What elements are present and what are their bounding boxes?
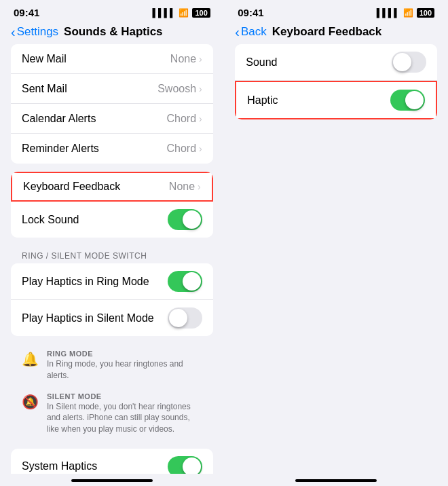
- left-status-icons: ▌▌▌▌ 📶 100: [152, 8, 210, 18]
- wifi-icon: 📶: [179, 8, 189, 18]
- haptic-toggle[interactable]: [390, 90, 425, 111]
- silent-mode-text: SILENT MODE In Silent mode, you don't he…: [47, 392, 202, 435]
- ring-mode-info: 🔔 RING MODE In Ring mode, you hear ringt…: [11, 344, 213, 387]
- bell-icon: 🔔: [22, 351, 39, 367]
- new-mail-row[interactable]: New Mail None ›: [11, 44, 213, 74]
- keyboard-feedback-detail-group: Sound Haptic: [235, 44, 437, 119]
- left-time: 09:41: [14, 7, 39, 18]
- right-nav-title: Keyboard Feedback: [272, 25, 382, 39]
- keyboard-group: Keyboard Feedback None › Lock Sound: [11, 172, 213, 238]
- sound-label: Sound: [246, 56, 277, 69]
- right-status-bar: 09:41 ▌▌▌▌ 📶 100: [224, 0, 448, 22]
- mute-icon: 🔕: [22, 394, 39, 410]
- sound-toggle[interactable]: [392, 52, 426, 73]
- ring-mode-text: RING MODE In Ring mode, you hear rington…: [47, 350, 202, 381]
- left-back-button[interactable]: ‹ Settings: [11, 25, 58, 39]
- left-status-bar: 09:41 ▌▌▌▌ 📶 100: [0, 0, 224, 22]
- right-time: 09:41: [238, 7, 263, 18]
- left-home-indicator: [71, 479, 153, 482]
- keyboard-feedback-row[interactable]: Keyboard Feedback None ›: [11, 172, 213, 202]
- silent-mode-info: 🔕 SILENT MODE In Silent mode, you don't …: [11, 387, 213, 441]
- ring-mode-info-label: RING MODE: [47, 350, 202, 358]
- calendar-alerts-row[interactable]: Calendar Alerts Chord ›: [11, 104, 213, 134]
- haptic-knob: [405, 91, 424, 109]
- system-haptics-row[interactable]: System Haptics: [11, 449, 213, 474]
- right-nav-bar: ‹ Back Keyboard Feedback: [224, 22, 448, 44]
- left-panel: 09:41 ▌▌▌▌ 📶 100 ‹ Settings Sounds & Hap…: [0, 0, 224, 486]
- right-back-label: Back: [241, 25, 267, 39]
- sent-mail-label: Sent Mail: [22, 83, 67, 95]
- haptics-group: Play Haptics in Ring Mode Play Haptics i…: [11, 263, 213, 336]
- right-signal-icon: ▌▌▌▌: [377, 8, 400, 18]
- new-mail-label: New Mail: [22, 53, 67, 65]
- calendar-alerts-chevron: ›: [199, 113, 202, 124]
- silent-mode-info-label: SILENT MODE: [47, 392, 202, 400]
- keyboard-feedback-right: None ›: [169, 181, 201, 193]
- lock-sound-toggle[interactable]: [168, 209, 202, 230]
- keyboard-feedback-value: None: [169, 181, 195, 193]
- calendar-alerts-right: Chord ›: [167, 113, 202, 125]
- left-content: New Mail None › Sent Mail Swoosh › Calen…: [0, 44, 224, 474]
- ring-mode-haptics-toggle[interactable]: [168, 271, 202, 292]
- right-panel: 09:41 ▌▌▌▌ 📶 100 ‹ Back Keyboard Feedbac…: [224, 0, 448, 486]
- new-mail-chevron: ›: [199, 54, 202, 64]
- lock-sound-row[interactable]: Lock Sound: [11, 202, 213, 238]
- calendar-alerts-label: Calendar Alerts: [22, 113, 96, 125]
- reminder-alerts-label: Reminder Alerts: [22, 143, 99, 155]
- sent-mail-right: Swoosh ›: [157, 83, 202, 95]
- sound-row[interactable]: Sound: [235, 44, 437, 81]
- sent-mail-value: Swoosh: [157, 83, 196, 95]
- left-back-chevron: ‹: [11, 25, 16, 39]
- left-nav-bar: ‹ Settings Sounds & Haptics: [0, 22, 224, 44]
- silent-mode-info-desc: In Silent mode, you don't hear ringtones…: [47, 401, 202, 435]
- system-haptics-label: System Haptics: [22, 460, 97, 472]
- silent-mode-haptics-label: Play Haptics in Silent Mode: [22, 312, 154, 324]
- ring-mode-haptics-label: Play Haptics in Ring Mode: [22, 276, 149, 288]
- left-back-label: Settings: [17, 25, 58, 39]
- reminder-alerts-row[interactable]: Reminder Alerts Chord ›: [11, 134, 213, 164]
- ring-mode-info-desc: In Ring mode, you hear ringtones and ale…: [47, 358, 202, 381]
- alerts-group: New Mail None › Sent Mail Swoosh › Calen…: [11, 44, 213, 164]
- right-battery-icon: 100: [417, 8, 434, 18]
- left-nav-title: Sounds & Haptics: [64, 25, 162, 39]
- system-haptics-group: System Haptics: [11, 449, 213, 474]
- reminder-alerts-chevron: ›: [199, 143, 202, 154]
- right-content: Sound Haptic: [224, 44, 448, 474]
- right-back-button[interactable]: ‹ Back: [235, 25, 266, 39]
- ring-silent-header: RING / SILENT MODE SWITCH: [11, 246, 213, 263]
- silent-mode-haptics-toggle[interactable]: [168, 307, 202, 329]
- right-status-icons: ▌▌▌▌ 📶 100: [377, 8, 434, 18]
- sent-mail-row[interactable]: Sent Mail Swoosh ›: [11, 74, 213, 104]
- system-haptics-knob: [183, 457, 201, 474]
- right-back-chevron: ‹: [235, 25, 240, 39]
- signal-icon: ▌▌▌▌: [152, 8, 175, 18]
- silent-mode-haptics-knob: [169, 309, 187, 327]
- haptic-row[interactable]: Haptic: [235, 81, 437, 119]
- ring-mode-haptics-row[interactable]: Play Haptics in Ring Mode: [11, 263, 213, 300]
- keyboard-feedback-chevron: ›: [198, 181, 201, 192]
- ring-mode-haptics-knob: [183, 272, 201, 291]
- system-haptics-toggle[interactable]: [168, 456, 202, 474]
- reminder-alerts-value: Chord: [167, 143, 197, 155]
- lock-sound-label: Lock Sound: [22, 214, 79, 226]
- silent-mode-haptics-row[interactable]: Play Haptics in Silent Mode: [11, 300, 213, 336]
- lock-sound-knob: [183, 210, 201, 229]
- right-wifi-icon: 📶: [403, 8, 413, 18]
- calendar-alerts-value: Chord: [167, 113, 197, 125]
- new-mail-value: None: [170, 53, 196, 65]
- battery-icon: 100: [192, 8, 210, 18]
- new-mail-right: None ›: [170, 53, 202, 65]
- keyboard-feedback-label: Keyboard Feedback: [23, 181, 120, 193]
- reminder-alerts-right: Chord ›: [167, 143, 202, 155]
- haptic-label: Haptic: [247, 94, 278, 107]
- right-home-indicator: [295, 479, 377, 482]
- sound-knob: [393, 53, 411, 71]
- sent-mail-chevron: ›: [199, 83, 202, 94]
